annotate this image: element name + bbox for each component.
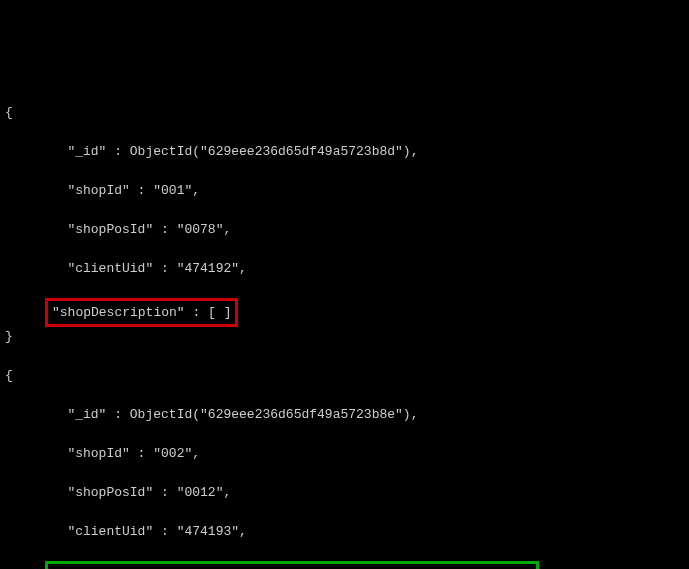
- doc0-clientuid: "clientUid" : "474192",: [5, 259, 684, 279]
- doc0-shopposid: "shopPosId" : "0078",: [5, 220, 684, 240]
- doc1-brace-open: {: [5, 366, 684, 386]
- doc0-id: "_id" : ObjectId("629eee236d65df49a5723b…: [5, 142, 684, 162]
- doc0-shopdescription-highlight: "shopDescription" : [ ]: [45, 298, 238, 328]
- doc1-shopposid: "shopPosId" : "0012",: [5, 483, 684, 503]
- doc0-shopid: "shopId" : "001",: [5, 181, 684, 201]
- mongo-output: { "_id" : ObjectId("629eee236d65df49a572…: [5, 83, 684, 569]
- doc1-shopid: "shopId" : "002",: [5, 444, 684, 464]
- doc1-id: "_id" : ObjectId("629eee236d65df49a5723b…: [5, 405, 684, 425]
- doc1-shopdescription-highlight: "shopDescription" : [ { "_id" : ObjectId…: [45, 561, 539, 569]
- doc1-clientuid: "clientUid" : "474193",: [5, 522, 684, 542]
- doc0-brace-close: }: [5, 327, 684, 347]
- doc0-brace-open: {: [5, 103, 684, 123]
